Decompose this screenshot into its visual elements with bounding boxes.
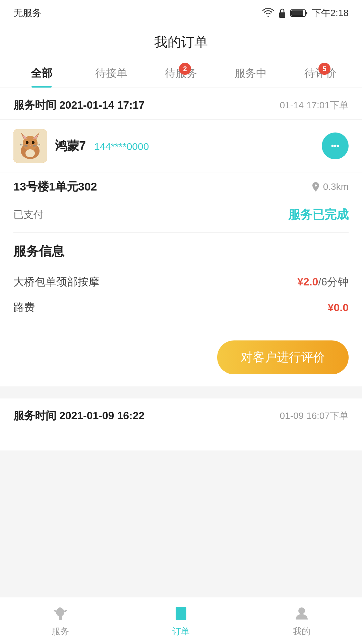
- svg-point-17: [25, 149, 35, 157]
- time-text: 下午2:18: [312, 7, 349, 19]
- avatar-1: [13, 129, 47, 163]
- svg-point-19: [331, 145, 334, 147]
- svg-point-21: [337, 145, 339, 147]
- nav-label-service: 服务: [52, 626, 69, 637]
- service-item-price-1: ¥2.0/6分钟: [297, 275, 349, 289]
- order-header-2: 服务时间 2021-01-09 16:22 01-09 16:07下单: [0, 398, 362, 430]
- battery-icon: [290, 8, 308, 18]
- svg-point-10: [26, 141, 28, 144]
- nav-label-mine: 我的: [293, 626, 310, 637]
- tabs-container: 全部 待接单 待服务 2 服务中 待评价 5: [0, 58, 362, 88]
- svg-line-14: [20, 146, 27, 146]
- service-item-row-2: 路费 ¥0.0: [13, 295, 349, 320]
- nav-item-service[interactable]: 服务: [0, 597, 121, 644]
- customer-info-1: 鸿蒙7 144****0000: [55, 138, 322, 154]
- nav-icon-mine: [292, 604, 311, 623]
- tab-pending-accept[interactable]: 待接单: [76, 58, 146, 88]
- service-time-2: 服务时间 2021-01-09 16:22: [13, 409, 144, 423]
- carrier-text: 无服务: [13, 7, 42, 19]
- customer-row-1: 鸿蒙7 144****0000: [0, 120, 362, 172]
- section-divider: [0, 393, 362, 398]
- svg-rect-0: [279, 12, 285, 18]
- svg-rect-22: [59, 616, 62, 620]
- place-time-1: 01-14 17:01下单: [280, 99, 349, 112]
- customer-phone-1: 144****0000: [94, 141, 149, 152]
- nav-item-order[interactable]: 订单: [121, 597, 241, 644]
- service-info-title: 服务信息: [13, 243, 349, 260]
- status-right: 下午2:18: [262, 7, 349, 19]
- tab-pending-review[interactable]: 待评价 5: [286, 58, 355, 88]
- bottom-nav: 服务 订单 我的: [0, 597, 362, 644]
- location-icon: [311, 181, 320, 192]
- svg-rect-24: [178, 610, 184, 611]
- tab-in-service[interactable]: 服务中: [216, 58, 286, 88]
- order-status-1: 服务已完成: [288, 207, 349, 223]
- customer-name-1: 鸿蒙7: [55, 139, 86, 153]
- second-order-spacer: [0, 430, 362, 450]
- chat-button-1[interactable]: [322, 132, 349, 159]
- nav-icon-order: [172, 604, 190, 623]
- distance-1: 0.3km: [311, 181, 349, 192]
- nav-label-order: 订单: [172, 626, 190, 637]
- tab-pending-service[interactable]: 待服务 2: [146, 58, 216, 88]
- badge-pending-review: 5: [318, 63, 330, 75]
- place-time-2: 01-09 16:07下单: [280, 410, 349, 422]
- svg-rect-25: [178, 612, 184, 613]
- order-card-1: 服务时间 2021-01-14 17:17 01-14 17:01下单: [0, 88, 362, 386]
- tab-all[interactable]: 全部: [7, 58, 76, 88]
- nav-item-mine[interactable]: 我的: [241, 597, 362, 644]
- service-item-name-2: 路费: [13, 300, 35, 315]
- order-card-2: 服务时间 2021-01-09 16:22 01-09 16:07下单: [0, 398, 362, 450]
- nav-icon-service: [51, 604, 70, 623]
- svg-point-27: [298, 607, 305, 614]
- lock-icon: [278, 8, 286, 18]
- cat-avatar-image: [13, 129, 47, 163]
- payment-row-1: 已支付 服务已完成: [0, 201, 362, 232]
- service-item-name-1: 大桥包单颈部按摩: [13, 275, 99, 289]
- order-nav-icon: [172, 605, 190, 622]
- svg-point-20: [334, 145, 337, 147]
- mine-nav-icon: [293, 605, 310, 622]
- chat-icon: [328, 139, 343, 153]
- status-bar: 无服务 下午2:18: [0, 0, 362, 23]
- address-row-1: 13号楼1单元302 0.3km: [0, 172, 362, 201]
- evaluate-btn-container: 对客户进行评价: [0, 330, 362, 386]
- service-item-price-2: ¥0.0: [328, 302, 349, 314]
- svg-rect-2: [291, 10, 303, 16]
- payment-label-1: 已支付: [13, 208, 44, 222]
- service-time-1: 服务时间 2021-01-14 17:17: [13, 98, 144, 113]
- svg-point-11: [32, 141, 35, 144]
- page-title: 我的订单: [0, 23, 362, 58]
- address-text-1: 13号楼1单元302: [13, 179, 97, 195]
- order-header-1: 服务时间 2021-01-14 17:17 01-14 17:01下单: [0, 88, 362, 120]
- svg-line-16: [33, 146, 40, 146]
- service-nav-icon: [52, 605, 69, 622]
- wifi-icon: [262, 8, 274, 18]
- service-info-1: 服务信息 大桥包单颈部按摩 ¥2.0/6分钟 路费 ¥0.0: [0, 233, 362, 330]
- service-item-row-1: 大桥包单颈部按摩 ¥2.0/6分钟: [13, 269, 349, 295]
- svg-rect-26: [178, 615, 182, 616]
- evaluate-customer-button[interactable]: 对客户进行评价: [217, 340, 349, 374]
- badge-pending-service: 2: [179, 63, 191, 75]
